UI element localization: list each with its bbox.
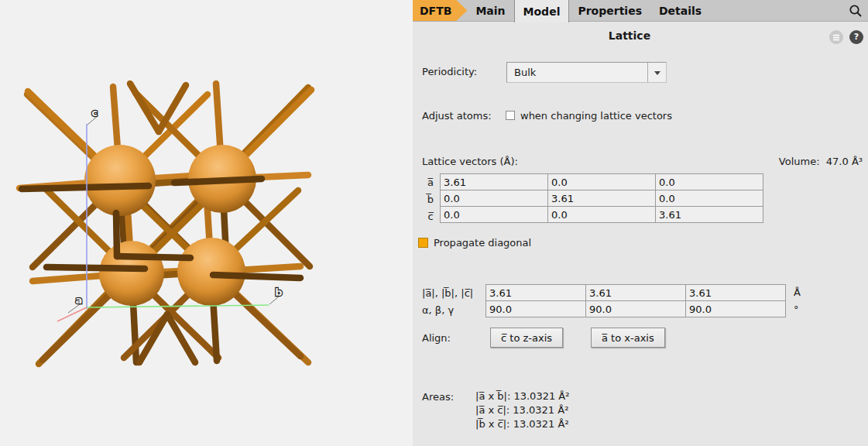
app-window: c a b DFTB Main Model Properties Details… <box>0 0 868 446</box>
lattice-vector-cell[interactable] <box>655 190 763 207</box>
magnitudes-table <box>485 284 786 317</box>
bond-sticks <box>19 84 311 364</box>
angle-cell[interactable] <box>585 300 686 317</box>
area-ac: |a̅ x c̅|: 13.0321 Å² <box>475 403 568 417</box>
lattice-vector-cell[interactable] <box>440 190 548 207</box>
angles-unit: ° <box>794 303 799 316</box>
lattice-vector-cell[interactable] <box>655 173 763 190</box>
lattice-vector-cell[interactable] <box>440 206 548 223</box>
lattice-vector-cell[interactable] <box>547 190 656 207</box>
length-cell[interactable] <box>585 284 686 301</box>
area-ab: |a̅ x b̅|: 13.0321 Å² <box>475 389 569 403</box>
table-row <box>485 284 786 301</box>
lengths-unit: Å <box>794 286 801 299</box>
periodicity-dropdown[interactable]: Bulk <box>506 62 667 83</box>
table-row <box>440 190 763 207</box>
align-label: Align: <box>422 331 451 345</box>
table-row <box>440 206 763 223</box>
lattice-vector-cell[interactable] <box>655 206 763 223</box>
lengths-label: |a̅|, |b̅|, |c̅| <box>422 286 473 300</box>
tab-main[interactable]: Main <box>467 0 513 21</box>
length-cell[interactable] <box>685 284 786 301</box>
lattice-vector-cell[interactable] <box>547 173 656 190</box>
axis-label-a: a <box>76 294 83 306</box>
tab-properties[interactable]: Properties <box>569 0 650 21</box>
help-icon[interactable]: ? <box>849 30 863 44</box>
atom-sphere <box>177 238 245 306</box>
vector-c-label: c̅ <box>424 210 437 223</box>
structure-viewport[interactable]: c a b <box>0 0 413 446</box>
volume-value: 47.0 Å³ <box>826 156 863 167</box>
atom-sphere <box>99 241 164 306</box>
adjust-atoms-checkbox-label: when changing lattice vectors <box>520 109 672 122</box>
table-row <box>440 173 763 190</box>
length-cell[interactable] <box>485 284 586 301</box>
propagate-diagonal-checkbox[interactable] <box>418 238 428 248</box>
menu-icon[interactable] <box>829 30 843 44</box>
page-title: Lattice <box>413 29 846 42</box>
angles-label: α, β, γ <box>422 304 454 317</box>
axis-label-b: b <box>275 286 282 298</box>
tab-model[interactable]: Model <box>514 0 570 22</box>
lattice-vector-cell[interactable] <box>547 206 656 223</box>
vector-b-label: b̅ <box>424 193 437 206</box>
volume-label: Volume: <box>779 156 820 167</box>
tab-dftb[interactable]: DFTB <box>413 0 467 21</box>
axis-label-c: c <box>91 107 98 118</box>
lattice-vectors-table <box>440 173 763 223</box>
angle-cell[interactable] <box>485 300 586 317</box>
angle-cell[interactable] <box>685 300 786 317</box>
periodicity-value: Bulk <box>514 67 536 78</box>
areas-label: Areas: <box>422 390 454 403</box>
volume-readout: Volume: 47.0 Å³ <box>779 155 863 168</box>
chevron-down-icon[interactable] <box>647 63 666 82</box>
tab-details[interactable]: Details <box>650 0 710 21</box>
periodicity-label: Periodicity: <box>422 65 477 78</box>
align-a-to-x-button[interactable]: a̅ to x-axis <box>591 328 665 348</box>
adjust-atoms-checkbox[interactable] <box>506 111 515 120</box>
propagate-diagonal-label: Propagate diagonal <box>434 236 531 249</box>
tab-bar: DFTB Main Model Properties Details <box>413 0 868 22</box>
lattice-panel: DFTB Main Model Properties Details Latti… <box>413 0 868 446</box>
lattice-vector-cell[interactable] <box>440 173 548 190</box>
align-c-to-z-button[interactable]: c̅ to z-axis <box>490 328 563 348</box>
axis-gizmo <box>57 115 279 321</box>
atom-sphere <box>84 145 156 216</box>
table-row <box>485 300 786 317</box>
search-icon[interactable] <box>848 3 863 19</box>
vector-a-label: a̅ <box>424 176 437 189</box>
adjust-atoms-label: Adjust atoms: <box>422 109 492 122</box>
area-bc: |b̅ x c̅|: 13.0321 Å² <box>475 417 569 431</box>
lattice-vectors-label: Lattice vectors (Å): <box>422 155 518 168</box>
